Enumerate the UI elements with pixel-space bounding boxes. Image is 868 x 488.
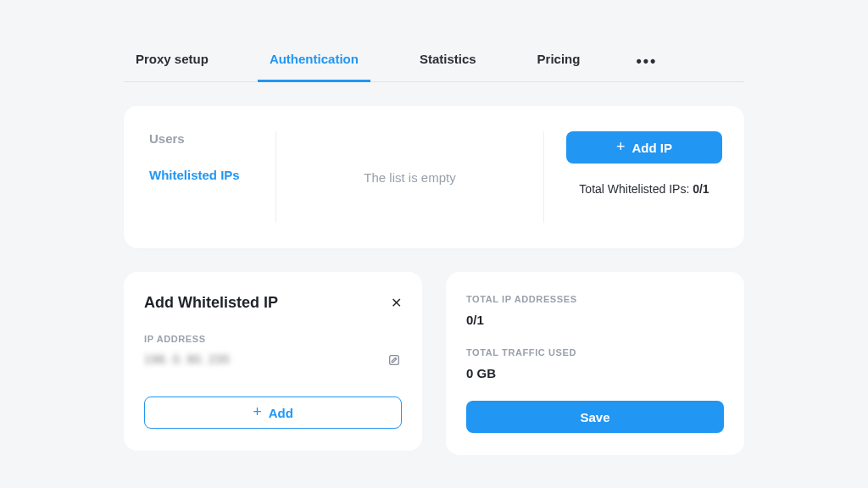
tabs-bar: Proxy setup Authentication Statistics Pr…	[124, 41, 744, 82]
add-whitelisted-ip-panel: Add Whitelisted IP ✕ IP ADDRESS 198. 0. …	[124, 272, 422, 451]
plus-icon: +	[616, 139, 626, 154]
total-ip-value: 0/1	[466, 313, 724, 327]
empty-state-message: The list is empty	[276, 131, 544, 223]
ip-address-input[interactable]: 198. 0. 80. 235	[144, 352, 387, 368]
svg-rect-0	[390, 356, 399, 365]
close-icon[interactable]: ✕	[391, 295, 402, 311]
total-traffic-value: 0 GB	[466, 366, 724, 380]
tab-proxy-setup[interactable]: Proxy setup	[124, 42, 220, 82]
tab-statistics[interactable]: Statistics	[408, 42, 488, 82]
panel-title: Add Whitelisted IP	[144, 294, 278, 312]
tab-pricing[interactable]: Pricing	[526, 42, 593, 82]
tab-more-icon[interactable]: •••	[629, 42, 664, 80]
total-traffic-label: TOTAL TRAFFIC USED	[466, 347, 724, 358]
add-ip-button[interactable]: + Add IP	[566, 131, 722, 164]
add-button-label: Add	[269, 406, 293, 420]
total-ip-label: TOTAL IP ADDRESSES	[466, 294, 724, 304]
whitelist-card: Users Whitelisted IPs The list is empty …	[124, 106, 744, 248]
add-button[interactable]: + Add	[144, 396, 402, 429]
save-button[interactable]: Save	[466, 401, 724, 433]
ip-address-label: IP ADDRESS	[144, 334, 402, 344]
sidebar-item-users[interactable]: Users	[149, 131, 267, 146]
stats-panel: TOTAL IP ADDRESSES 0/1 TOTAL TRAFFIC USE…	[446, 272, 744, 455]
sidebar-item-whitelisted-ips[interactable]: Whitelisted IPs	[149, 168, 267, 182]
save-button-label: Save	[580, 410, 609, 424]
total-whitelisted-count: Total Whitelisted IPs: 0/1	[566, 182, 722, 196]
tab-authentication[interactable]: Authentication	[258, 42, 370, 82]
edit-icon[interactable]	[387, 352, 402, 368]
add-ip-button-label: Add IP	[632, 141, 673, 155]
plus-icon: +	[253, 404, 262, 419]
auth-sidebar: Users Whitelisted IPs	[149, 131, 276, 223]
